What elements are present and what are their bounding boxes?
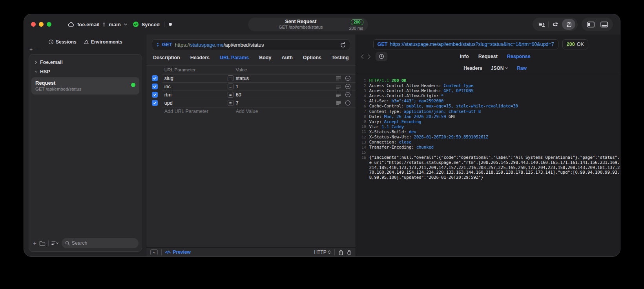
response-url-pill[interactable]: GET https://statuspage.me/api/embed/stat… — [373, 39, 558, 49]
line-number: 2 — [356, 83, 366, 88]
request-tab-options[interactable]: Options — [303, 55, 321, 60]
param-name[interactable]: upd — [164, 100, 228, 106]
column-value: Value — [236, 67, 247, 72]
request-tab-testing[interactable]: Testing — [332, 55, 349, 60]
request-tab-body[interactable]: Body — [259, 55, 271, 60]
header-value: public, max-age=15, stale-while-revalida… — [407, 104, 518, 108]
request-url-bar[interactable]: GET https://statuspage.me/api/embed/stat… — [152, 39, 350, 50]
response-subtab-raw[interactable]: Raw — [517, 65, 527, 71]
toggle-sidebar-icon[interactable] — [584, 19, 597, 30]
request-duration: 280 ms — [349, 26, 363, 31]
tab-sessions-label: Sessions — [56, 39, 77, 45]
param-name[interactable]: rtm — [164, 92, 228, 98]
send-receive-panel-icon[interactable] — [562, 19, 575, 30]
project-name[interactable]: foe.email — [77, 22, 99, 27]
add-value-placeholder[interactable]: Add Value — [236, 109, 258, 114]
lock-icon[interactable] — [347, 249, 352, 255]
status-code-text: 200 OK — [392, 78, 407, 83]
param-checkbox-checked[interactable] — [152, 100, 158, 106]
row-menu-icon[interactable] — [336, 84, 341, 89]
response-line: 16{"incidents":null,"overall":{"code":"o… — [356, 155, 620, 180]
add-session-button[interactable]: + — [29, 47, 33, 53]
zoom-window-button[interactable] — [47, 22, 51, 27]
toggle-bottom-panel-icon[interactable] — [597, 19, 611, 30]
response-tab-info[interactable]: Info — [460, 54, 469, 59]
response-history-button[interactable] — [376, 52, 387, 61]
header-value: GET, OPTIONS — [443, 88, 473, 93]
tree-group-foe-email[interactable]: Foe.email — [31, 58, 139, 67]
request-list-item-selected[interactable]: Request GET /api/embed/status — [31, 77, 139, 95]
param-checkbox-checked[interactable] — [152, 84, 158, 89]
search-box[interactable] — [62, 238, 139, 248]
method-selector-icon[interactable] — [156, 42, 159, 47]
history-clock-icon — [48, 39, 54, 45]
line-number: 11 — [356, 129, 366, 135]
response-status-text: OK — [577, 42, 584, 47]
response-raw[interactable]: 1HTTP/1.1 200 OK2Access-Control-Allow-He… — [356, 75, 620, 256]
sent-request-pill[interactable]: Sent Request GET /api/embed/status 200 2… — [248, 18, 368, 31]
line-number: 1 — [356, 78, 366, 83]
remove-param-icon[interactable] — [345, 75, 351, 81]
project-info: foe.email main Synced — [68, 21, 172, 27]
param-name[interactable]: inc — [164, 84, 228, 89]
param-value[interactable]: 60 — [236, 92, 336, 98]
request-method[interactable]: GET — [162, 42, 172, 47]
preview-button[interactable]: </> Preview — [165, 249, 191, 255]
line-number: 9 — [356, 119, 366, 124]
request-tab-url-params[interactable]: URL Params — [220, 55, 249, 60]
request-tab-description[interactable]: Description — [153, 55, 180, 60]
sort-list-icon[interactable] — [51, 241, 59, 245]
tree-group-hsp[interactable]: HSP — [31, 67, 139, 76]
response-subtab-headers[interactable]: Headers — [463, 65, 482, 71]
subtab-label: JSON — [491, 65, 504, 71]
param-value[interactable]: 1 — [236, 84, 336, 89]
request-log-icon[interactable] — [535, 19, 548, 30]
param-name[interactable]: slug — [164, 76, 228, 81]
request-tab-headers[interactable]: Headers — [190, 55, 210, 60]
row-menu-icon[interactable] — [336, 101, 341, 105]
chevron-right-icon[interactable] — [35, 60, 38, 64]
tree-group-label: HSP — [40, 69, 50, 75]
sync-loop-icon[interactable] — [549, 19, 562, 30]
param-value[interactable]: 7 — [236, 100, 336, 106]
response-header-line: X-Status-Now-Utc: 2026-01-26T20:29:59.85… — [366, 135, 620, 140]
tab-environments[interactable]: Environments — [84, 39, 122, 45]
close-window-button[interactable] — [31, 22, 36, 27]
remove-param-icon[interactable] — [345, 84, 351, 89]
expand-panel-button[interactable]: ▲ — [150, 249, 158, 255]
header-value: 1.1 Caddy — [381, 124, 404, 129]
remove-param-icon[interactable] — [345, 92, 351, 98]
param-value[interactable]: status — [236, 76, 336, 81]
request-tab-auth[interactable]: Auth — [281, 55, 292, 60]
response-header-line: Vary: Accept-Encoding — [366, 119, 620, 124]
branch-chevron-icon[interactable] — [124, 23, 128, 26]
share-icon[interactable] — [338, 249, 343, 255]
param-checkbox-checked[interactable] — [152, 75, 158, 81]
nav-forward-icon[interactable] — [368, 54, 371, 59]
protocol-selector[interactable]: HTTP — [314, 249, 330, 255]
request-url[interactable]: https://statuspage.me/api/embed/status — [175, 42, 264, 48]
new-folder-icon[interactable] — [39, 241, 46, 246]
search-input[interactable] — [72, 240, 135, 246]
param-checkbox-checked[interactable] — [152, 92, 158, 98]
nav-back-icon[interactable] — [361, 54, 364, 59]
new-request-button[interactable]: + — [33, 241, 36, 245]
resend-icon[interactable] — [340, 42, 346, 48]
synced-check-icon — [133, 21, 139, 27]
response-header-line: Via: 1.1 Caddy — [366, 124, 620, 129]
response-tab-response[interactable]: Response — [507, 54, 531, 59]
tab-environments-label: Environments — [91, 39, 122, 45]
add-url-parameter-placeholder[interactable]: Add URL Parameter — [164, 109, 236, 114]
branch-name[interactable]: main — [109, 22, 120, 27]
chevron-down-icon[interactable] — [35, 71, 38, 73]
add-param-row[interactable]: Add URL Parameter Add Value — [146, 107, 356, 115]
row-menu-icon[interactable] — [336, 93, 341, 97]
remove-session-button[interactable]: — — [36, 47, 41, 53]
row-menu-icon[interactable] — [336, 76, 341, 80]
response-tab-request[interactable]: Request — [478, 54, 498, 59]
tab-sessions[interactable]: Sessions — [48, 39, 77, 45]
minimize-window-button[interactable] — [39, 22, 44, 27]
response-subtab-json[interactable]: JSON — [491, 65, 509, 71]
main-content: Sessions Environments + — — [24, 35, 620, 256]
remove-param-icon[interactable] — [345, 100, 351, 106]
